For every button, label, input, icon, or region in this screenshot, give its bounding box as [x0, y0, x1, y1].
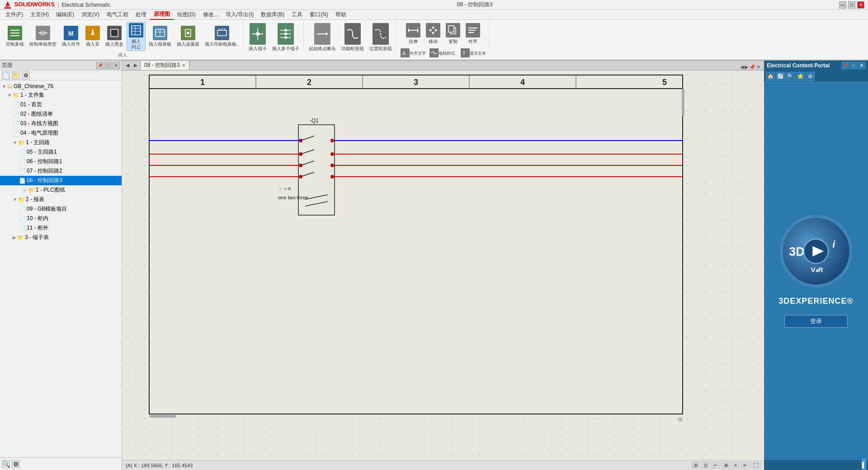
rp-settings-button[interactable]: ⚙	[806, 72, 815, 81]
ribbon-btn-insert-plc[interactable]: 插入PLC	[127, 22, 146, 51]
schematic-canvas[interactable]: 1 2 3 4 5 -Q1	[122, 70, 764, 460]
panel-toggle-button[interactable]: ⊫	[741, 462, 750, 469]
tree-item-11[interactable]: 📄 11 - 柜外	[0, 223, 122, 233]
tab-scroll-left-icon[interactable]: ◀	[740, 64, 744, 70]
menu-drawing[interactable]: 绘图(D)	[174, 10, 199, 19]
menu-window[interactable]: 窗口(N)	[306, 10, 332, 19]
ribbon-btn-single-line[interactable]: 绘制单线类型	[27, 24, 59, 49]
tree-settings-button[interactable]: ⚙	[22, 71, 30, 80]
tree-item-05[interactable]: 📄 05 - 主回路1	[0, 147, 122, 157]
login-button[interactable]: 登录	[784, 315, 848, 328]
menu-import-export[interactable]: 导入/导出(I)	[222, 10, 258, 19]
menu-home[interactable]: 主页(H)	[27, 10, 52, 19]
tree-new-file-button[interactable]: 📄	[2, 71, 10, 80]
rp-float-button[interactable]: □	[850, 62, 857, 69]
minimize-button[interactable]: —	[839, 1, 846, 9]
pin-icon[interactable]: 📌	[749, 64, 755, 70]
menu-process[interactable]: 处理	[132, 10, 150, 19]
svg-point-76	[330, 175, 334, 179]
tree-item-1-文件集[interactable]: ▼ 📁 1 - 文件集	[0, 90, 122, 100]
menu-database[interactable]: 数据库(B)	[257, 10, 288, 19]
svg-rect-19	[217, 30, 226, 36]
close-button[interactable]: ✕	[857, 1, 864, 9]
tree-item-02[interactable]: 📄 02 - 图纸清单	[0, 109, 122, 119]
menubar: 文件(F) 主页(H) 编辑(E) 浏览(V) 电气工程 处理 原理图 绘图(D…	[0, 10, 868, 20]
doc-tab-08[interactable]: 08 - 控制回路3 ✕	[140, 60, 189, 70]
rp-star-button[interactable]: ⭐	[796, 72, 805, 81]
panel-settings2-button[interactable]: ⚙	[12, 460, 20, 468]
ribbon-btn-insert-symbol[interactable]: M 插入符号	[60, 24, 82, 49]
tree-item-2-报表[interactable]: ▼ 📁 2 - 报表	[0, 195, 122, 204]
panel-float-button[interactable]: □	[104, 62, 112, 69]
menu-edit[interactable]: 编辑(E)	[52, 10, 78, 19]
rp-refresh-button[interactable]: 🔄	[776, 72, 785, 81]
titlebar-appname: Electrical Schematic	[61, 2, 110, 8]
center-area: ◀ ▶ 08 - 控制回路3 ✕ ◀ ▶ 📌 ✕	[122, 61, 764, 470]
menu-view[interactable]: 浏览(V)	[78, 10, 103, 19]
menu-schematic[interactable]: 原理图	[150, 9, 174, 20]
menu-tools[interactable]: 工具	[288, 10, 306, 19]
fullscreen-button[interactable]: ⛶	[751, 462, 760, 469]
snap-button[interactable]: ⊡	[702, 462, 710, 469]
ribbon-btn-insert-multi-terminal[interactable]: 插入多个端子	[270, 22, 302, 53]
rp-scroll-button[interactable]: ▌	[862, 458, 866, 470]
ribbon-btn-move-label: 移动	[429, 38, 438, 45]
zoom-fit-button[interactable]: ⊠	[722, 462, 730, 469]
tree-item-04[interactable]: 📄 04 - 电气原理图	[0, 128, 122, 138]
grid-button[interactable]: ⊞	[692, 462, 700, 469]
menu-electrical[interactable]: 电气工程	[103, 10, 132, 19]
doc-icon-06: 📄	[19, 159, 26, 165]
tree-new-folder-button[interactable]: 📁	[12, 71, 20, 80]
rp-close-button[interactable]: ✕	[858, 62, 865, 69]
tree-item-06[interactable]: 📄 06 - 控制回路1	[0, 157, 122, 166]
tree-item-root[interactable]: ▼ 🗂 GB_Chinese_76	[0, 82, 122, 90]
ribbon-btn-stretch[interactable]: 拉伸	[404, 22, 423, 46]
tree-view: ▼ 🗂 GB_Chinese_76 ▼ 📁 1 - 文件集 📄 01 - 首页 …	[0, 80, 122, 457]
tree-item-09[interactable]: 📄 09 - GB模板项目	[0, 204, 122, 214]
menu-help[interactable]: 帮助	[332, 10, 350, 19]
ribbon-btn-wire-style[interactable]: 电线样式..	[428, 47, 458, 59]
ortho-button[interactable]: ⊢	[712, 462, 720, 469]
ribbon-btn-insert-blackbox[interactable]: 插入黑盒	[103, 24, 126, 49]
ribbon-btn-copy[interactable]: 复制	[443, 22, 462, 46]
ribbon-btn-control-multi[interactable]: 控制多线	[4, 24, 26, 49]
panel-pin-button[interactable]: 📌	[96, 62, 104, 69]
menu-modify[interactable]: 修改...	[199, 10, 222, 19]
ribbon-btn-pos-snake[interactable]: 位置蛇形线	[367, 22, 394, 53]
ribbon-btn-align-text[interactable]: A 对齐文字	[399, 47, 427, 59]
right-panel-header-buttons: 📌 □ ✕	[842, 62, 865, 69]
ribbon-btn-insert-terminal[interactable]: 插入端子	[246, 22, 269, 53]
close-all-icon[interactable]: ✕	[756, 64, 760, 70]
tree-item-plc[interactable]: ▶ 📁 1 - PLC图纸	[0, 185, 122, 195]
view-mode-button[interactable]: ≡	[732, 462, 739, 469]
tree-item-10[interactable]: 📄 10 - 柜内	[0, 214, 122, 223]
menu-file[interactable]: 文件(F)	[2, 10, 27, 19]
ribbon-btn-insert-an[interactable]: 插入安	[83, 24, 102, 49]
ribbon-btn-align[interactable]: 对齐	[463, 22, 482, 46]
tree-item-03[interactable]: 📄 03 - 布线方视图	[0, 119, 122, 128]
ribbon-btn-move[interactable]: 移动	[424, 22, 443, 46]
ribbon-btn-insert-table[interactable]: 插入报表格	[146, 24, 174, 49]
tree-item-07[interactable]: 📄 07 - 控制回路2	[0, 166, 122, 176]
tree-item-3-端子表[interactable]: ▶ 📁 3 - 端子表	[0, 233, 122, 242]
panel-close-button[interactable]: ✕	[113, 62, 120, 69]
ribbon-btn-insert-pcb[interactable]: 插入印刷电路板..	[203, 24, 241, 49]
ribbon-btn-insert-connector[interactable]: 插入连接器	[175, 24, 202, 49]
tree-item-01[interactable]: 📄 01 - 首页	[0, 100, 122, 109]
svg-text:2: 2	[307, 78, 311, 87]
ribbon-btn-start-end[interactable]: 起始终点断头	[307, 22, 338, 53]
ribbon-btn-show-text[interactable]: T 显示文本	[459, 47, 487, 59]
tab-nav-left[interactable]: ◀	[124, 60, 131, 70]
tree-item-1-主回路[interactable]: ▼ 📁 1 - 主回路	[0, 138, 122, 147]
tab-nav-right[interactable]: ▶	[132, 60, 139, 70]
maximize-button[interactable]: □	[848, 1, 855, 9]
doc-tab-08-close[interactable]: ✕	[182, 63, 185, 68]
tree-item-08[interactable]: 📄 08 - 控制回路3	[0, 176, 122, 185]
rp-home-button[interactable]: 🏠	[766, 72, 775, 81]
svg-text:M: M	[68, 30, 74, 37]
panel-zoom-in-button[interactable]: 🔍	[2, 460, 10, 468]
rp-search-button[interactable]: 🔍	[786, 72, 795, 81]
ribbon-btn-func-snake[interactable]: 功能蛇形线	[339, 22, 366, 53]
rp-pin-button[interactable]: 📌	[842, 62, 849, 69]
tab-scroll-right-icon[interactable]: ▶	[745, 64, 748, 70]
